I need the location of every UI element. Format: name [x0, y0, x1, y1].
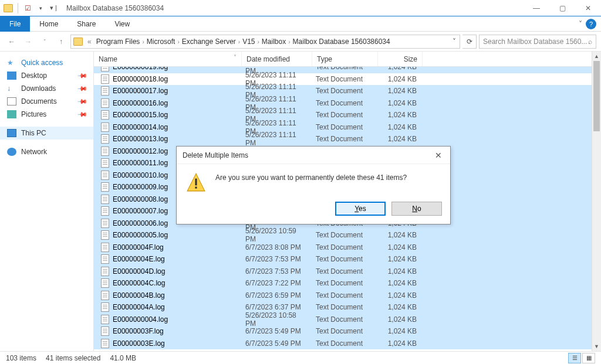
file-icon: [101, 98, 109, 108]
breadcrumb-segment[interactable]: Mailbox Database 1560386034: [291, 38, 393, 46]
file-row[interactable]: E00000004D.log6/7/2023 7:53 PMText Docum…: [94, 266, 601, 278]
column-date[interactable]: Date modified: [242, 52, 312, 66]
file-size: 1,024 KB: [377, 231, 421, 239]
breadcrumb-folder-icon: [73, 38, 83, 46]
file-row[interactable]: E00000004F.log6/7/2023 8:08 PMText Docum…: [94, 241, 601, 254]
file-icon: [101, 74, 109, 84]
search-input[interactable]: Search Mailbox Database 1560... ⌕: [479, 35, 596, 49]
file-row[interactable]: E00000003F.log6/7/2023 5:49 PMText Docum…: [94, 325, 601, 338]
breadcrumb-overflow[interactable]: «: [86, 38, 93, 46]
pin-icon: 📌: [76, 96, 87, 107]
search-placeholder: Search Mailbox Database 1560...: [483, 38, 587, 46]
nav-up-button[interactable]: ↑: [54, 35, 68, 49]
file-icon: [101, 147, 109, 156]
sidebar-quick-access[interactable]: Quick access: [0, 56, 93, 69]
file-row[interactable]: E00000003E.log6/7/2023 5:49 PMText Docum…: [94, 338, 601, 350]
file-type: Text Document: [311, 255, 377, 263]
file-row[interactable]: E0000000013.log5/26/2023 11:11 PMText Do…: [94, 133, 601, 145]
tab-share[interactable]: Share: [67, 16, 105, 32]
ribbon-tabs: File Home Share View ˅ ?: [0, 16, 601, 32]
file-row[interactable]: E00000004E.log6/7/2023 7:53 PMText Docum…: [94, 253, 601, 266]
help-icon[interactable]: ?: [586, 19, 596, 29]
file-name: E0000000004.log: [113, 315, 241, 324]
maximize-button[interactable]: ▢: [549, 0, 575, 16]
svg-rect-1: [195, 179, 197, 186]
ribbon-chevron-icon[interactable]: ˅: [579, 20, 582, 28]
breadcrumb[interactable]: « Program Files›Microsoft›Exchange Serve…: [70, 35, 460, 49]
qat-customize-icon[interactable]: ▾ |: [48, 2, 59, 14]
documents-icon: [7, 97, 16, 106]
network-icon: [7, 148, 16, 156]
minimize-button[interactable]: —: [524, 0, 549, 16]
file-name: E0000000017.log: [113, 87, 241, 95]
file-row[interactable]: E0000000016.log5/26/2023 11:11 PMText Do…: [94, 97, 601, 110]
file-row[interactable]: E0000000005.log5/26/2023 10:59 PMText Do…: [94, 229, 601, 241]
sidebar-desktop[interactable]: Desktop📌: [0, 69, 93, 82]
breadcrumb-segment[interactable]: Program Files: [94, 38, 143, 46]
window-title: Mailbox Database 1560386034: [62, 4, 524, 12]
file-name: E00000004B.log: [113, 291, 241, 300]
breadcrumb-segment[interactable]: Mailbox: [259, 38, 288, 46]
file-row[interactable]: E0000000014.log5/26/2023 11:11 PMText Do…: [94, 121, 601, 134]
scroll-up-icon[interactable]: ▲: [592, 52, 601, 61]
downloads-icon: [7, 84, 16, 93]
file-name: E00000004F.log: [113, 243, 241, 251]
title-bar: ☑ ▾ ▾ | Mailbox Database 1560386034 — ▢ …: [0, 0, 601, 16]
file-row[interactable]: E0000000004.log5/26/2023 10:58 PMText Do…: [94, 314, 601, 326]
scroll-thumb[interactable]: [593, 61, 600, 131]
file-row[interactable]: E0000000015.log5/26/2023 11:11 PMText Do…: [94, 109, 601, 121]
file-size: 1,024 KB: [377, 315, 421, 324]
file-type: Text Document: [311, 267, 377, 275]
scrollbar[interactable]: ▲ ▼: [592, 52, 601, 351]
dialog-yes-button[interactable]: Yes: [335, 202, 386, 216]
file-icon: [101, 219, 109, 228]
breadcrumb-segment[interactable]: Microsoft: [144, 38, 178, 46]
svg-rect-2: [195, 186, 197, 188]
file-size: 1,024 KB: [377, 291, 421, 300]
sidebar-downloads[interactable]: Downloads📌: [0, 82, 93, 95]
breadcrumb-segment[interactable]: Exchange Server: [180, 38, 238, 46]
nav-back-button[interactable]: ←: [5, 35, 19, 49]
nav-bar: ← → ˅ ↑ « Program Files›Microsoft›Exchan…: [0, 32, 601, 52]
pin-icon: 📌: [76, 83, 87, 94]
scroll-down-icon[interactable]: ▼: [592, 342, 601, 351]
breadcrumb-dropdown-icon[interactable]: ˅: [451, 38, 457, 46]
file-size: 1,024 KB: [377, 111, 421, 119]
file-type: Text Document: [311, 291, 377, 300]
column-type[interactable]: Type: [312, 52, 378, 66]
view-large-icons-button[interactable]: ▦: [582, 353, 595, 363]
file-type: Text Document: [311, 339, 377, 348]
qat-dropdown-icon[interactable]: ▾: [35, 2, 46, 14]
file-row[interactable]: E00000004B.log6/7/2023 6:59 PMText Docum…: [94, 290, 601, 302]
tab-file[interactable]: File: [0, 16, 30, 32]
dialog-close-button[interactable]: ✕: [433, 148, 444, 162]
file-row[interactable]: E0000000017.log5/26/2023 11:11 PMText Do…: [94, 85, 601, 97]
tab-view[interactable]: View: [105, 16, 139, 32]
file-type: Text Document: [311, 123, 377, 131]
properties-icon[interactable]: ☑: [22, 2, 33, 14]
close-window-button[interactable]: ✕: [575, 0, 601, 16]
file-row[interactable]: E00000004C.log6/7/2023 7:22 PMText Docum…: [94, 277, 601, 290]
status-bar: 103 items 41 items selected 41.0 MB ☰ ▦: [0, 351, 601, 364]
sidebar-network[interactable]: Network: [0, 145, 93, 158]
column-name[interactable]: Name˅: [94, 52, 242, 66]
file-row[interactable]: E0000000019.log5/26/2023 11:12 PMText Do…: [94, 67, 601, 73]
sidebar-pictures[interactable]: Pictures📌: [0, 108, 93, 121]
file-name: E00000003E.log: [113, 339, 241, 348]
nav-history-dropdown[interactable]: ˅: [38, 35, 52, 49]
view-details-button[interactable]: ☰: [568, 353, 581, 363]
star-icon: [7, 59, 16, 67]
sidebar-documents[interactable]: Documents📌: [0, 95, 93, 108]
file-row[interactable]: E0000000018.log5/26/2023 11:11 PMText Do…: [94, 73, 601, 86]
sidebar-this-pc[interactable]: This PC: [0, 127, 93, 140]
dialog-no-button[interactable]: No: [391, 202, 442, 216]
file-icon: [101, 339, 109, 348]
column-size[interactable]: Size: [378, 52, 423, 66]
file-row[interactable]: E00000004A.log6/7/2023 6:37 PMText Docum…: [94, 301, 601, 314]
tab-home[interactable]: Home: [30, 16, 67, 32]
nav-forward-button[interactable]: →: [21, 35, 35, 49]
refresh-button[interactable]: ⟳: [463, 35, 476, 48]
file-date: 5/26/2023 11:11 PM: [241, 131, 311, 147]
breadcrumb-segment[interactable]: V15: [240, 38, 257, 46]
file-size: 1,024 KB: [377, 255, 421, 263]
